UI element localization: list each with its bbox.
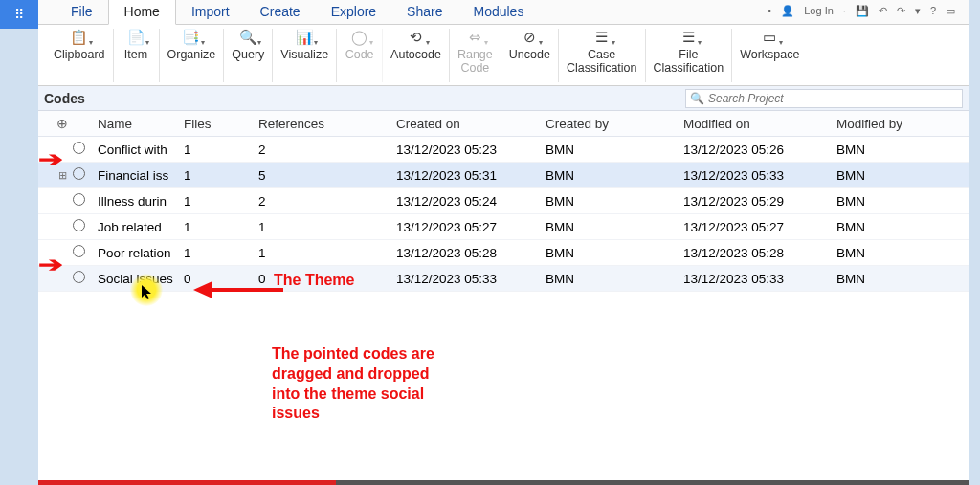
cell-references: 5 <box>256 168 394 183</box>
ribbon-item[interactable]: 📄▾Item <box>114 29 160 82</box>
user-icon[interactable]: 👤 <box>781 5 794 17</box>
ribbon-label: Query <box>232 48 264 61</box>
col-name[interactable]: Name <box>96 117 182 131</box>
tab-file[interactable]: File <box>56 0 108 24</box>
search-input[interactable] <box>708 92 958 105</box>
cell-created-on: 13/12/2023 05:33 <box>394 272 544 286</box>
ribbon-file-classification[interactable]: ☰▾File Classification <box>646 29 733 82</box>
undo-icon[interactable]: ↶ <box>879 5 887 17</box>
cell-modified-on: 13/12/2023 05:28 <box>681 246 835 260</box>
annotation-explain-text: The pointed codes are dragged and droppe… <box>272 344 434 424</box>
ribbon-autocode[interactable]: ⟲▾Autocode <box>383 29 450 82</box>
video-progress-bar[interactable] <box>38 480 969 485</box>
col-modified-on[interactable]: Modified on <box>681 117 835 131</box>
node-icon <box>73 219 85 231</box>
tab-home[interactable]: Home <box>108 0 176 25</box>
tab-explore[interactable]: Explore <box>316 0 391 24</box>
panel-title: Codes <box>44 91 85 106</box>
annotation-theme-label: The Theme <box>274 271 354 291</box>
menu-dot-icon[interactable]: • <box>768 5 771 16</box>
cell-references: 1 <box>256 220 394 234</box>
add-icon[interactable]: ⊕ <box>56 116 68 131</box>
ribbon-visualize[interactable]: 📊▾Visualize <box>273 29 337 82</box>
app-launcher-icon[interactable]: ⠿ <box>0 0 38 29</box>
ribbon-label: Item <box>124 48 147 61</box>
tab-modules[interactable]: Modules <box>457 0 539 24</box>
cell-modified-on: 13/12/2023 05:33 <box>681 272 835 286</box>
table-row[interactable]: Illness durin1213/12/2023 05:24BMN13/12/… <box>38 188 969 214</box>
redo-icon[interactable]: ↷ <box>897 5 905 17</box>
table-row[interactable]: Poor relation1113/12/2023 05:28BMN13/12/… <box>38 240 969 266</box>
cell-files: 1 <box>182 194 256 209</box>
ribbon-workspace[interactable]: ▭▾Workspace <box>732 29 807 82</box>
tab-import[interactable]: Import <box>176 0 245 24</box>
cell-files: 1 <box>182 143 256 157</box>
ribbon-icon: ⟲▾ <box>407 29 426 46</box>
cell-name: Financial iss <box>96 168 182 183</box>
ribbon-organize[interactable]: 📑▾Organize <box>160 29 225 82</box>
ribbon-case-classification[interactable]: ☰▾Case Classification <box>559 29 646 82</box>
ribbon-code: ◯▾Code <box>337 29 383 82</box>
cell-created-on: 13/12/2023 05:24 <box>394 194 544 209</box>
annotation-arrow-icon: ➔ <box>38 147 62 172</box>
ribbon-icon: ⊘▾ <box>520 29 539 46</box>
panel-header: Codes 🔍 <box>38 86 969 111</box>
login-link[interactable]: Log In <box>804 5 834 16</box>
cell-name: Job related <box>96 220 182 234</box>
ribbon-icon: ☰▾ <box>592 29 612 46</box>
col-files[interactable]: Files <box>184 117 212 131</box>
cell-references: 2 <box>256 143 394 157</box>
search-box[interactable]: 🔍 <box>685 89 963 108</box>
cursor-highlight-icon <box>130 274 163 306</box>
node-icon <box>73 142 85 154</box>
ribbon-icon: 🔍▾ <box>238 29 257 46</box>
tab-share[interactable]: Share <box>391 0 457 24</box>
col-modified-by[interactable]: Modified by <box>835 117 930 131</box>
table-row[interactable]: Job related1113/12/2023 05:27BMN13/12/20… <box>38 214 969 240</box>
ribbon-query[interactable]: 🔍▾Query <box>224 29 273 82</box>
ribbon-label: Uncode <box>509 48 550 61</box>
cell-created-by: BMN <box>544 272 681 286</box>
col-references[interactable]: References <box>256 117 394 131</box>
ribbon-icon: ◯▾ <box>350 29 369 46</box>
help-icon[interactable]: ? <box>930 5 936 16</box>
node-icon <box>73 271 85 283</box>
table-body: Conflict with1213/12/2023 05:23BMN13/12/… <box>38 137 969 292</box>
cell-files: 1 <box>182 168 256 183</box>
col-created-on[interactable]: Created on <box>394 117 544 131</box>
cell-created-on: 13/12/2023 05:28 <box>394 246 544 260</box>
ribbon-label: File Classification <box>654 48 724 76</box>
cursor-icon <box>142 285 155 300</box>
annotation-arrow-icon: ➔ <box>38 253 62 277</box>
cell-name: Illness durin <box>96 194 182 209</box>
cell-references: 1 <box>256 246 394 260</box>
annotation-long-arrow-icon <box>193 281 283 298</box>
save-icon[interactable]: 💾 <box>856 5 869 17</box>
table-row[interactable]: ⊞Financial iss1513/12/2023 05:31BMN13/12… <box>38 163 969 188</box>
app-window: FileHomeImportCreateExploreShareModules … <box>38 0 969 485</box>
ribbon: 📋▾Clipboard📄▾Item📑▾Organize🔍▾Query📊▾Visu… <box>38 25 969 86</box>
cell-modified-by: BMN <box>835 194 930 209</box>
cell-files: 1 <box>182 246 256 260</box>
table-row[interactable]: Social issues0013/12/2023 05:33BMN13/12/… <box>38 266 969 292</box>
cell-modified-by: BMN <box>835 272 930 286</box>
dropdown-icon[interactable]: ▾ <box>915 5 921 17</box>
tab-create[interactable]: Create <box>245 0 316 24</box>
cell-modified-by: BMN <box>835 220 930 234</box>
utility-bar: • 👤 Log In · 💾 ↶ ↷ ▾ ? ▭ <box>768 2 965 19</box>
cell-modified-on: 13/12/2023 05:29 <box>681 194 835 209</box>
cell-modified-by: BMN <box>835 168 930 183</box>
ribbon-clipboard[interactable]: 📋▾Clipboard <box>46 29 114 82</box>
col-created-by[interactable]: Created by <box>544 117 681 131</box>
ribbon-label: Code <box>345 48 374 61</box>
cell-modified-on: 13/12/2023 05:26 <box>681 143 835 157</box>
ribbon-icon: 📄▾ <box>126 29 145 46</box>
window-icon[interactable]: ▭ <box>946 5 955 17</box>
separator-icon: · <box>843 5 846 16</box>
table-row[interactable]: Conflict with1213/12/2023 05:23BMN13/12/… <box>38 137 969 163</box>
ribbon-uncode[interactable]: ⊘▾Uncode <box>501 29 559 82</box>
cell-name: Poor relation <box>96 246 182 260</box>
cell-created-on: 13/12/2023 05:23 <box>394 143 544 157</box>
cell-modified-on: 13/12/2023 05:33 <box>681 168 835 183</box>
node-icon <box>73 193 85 206</box>
